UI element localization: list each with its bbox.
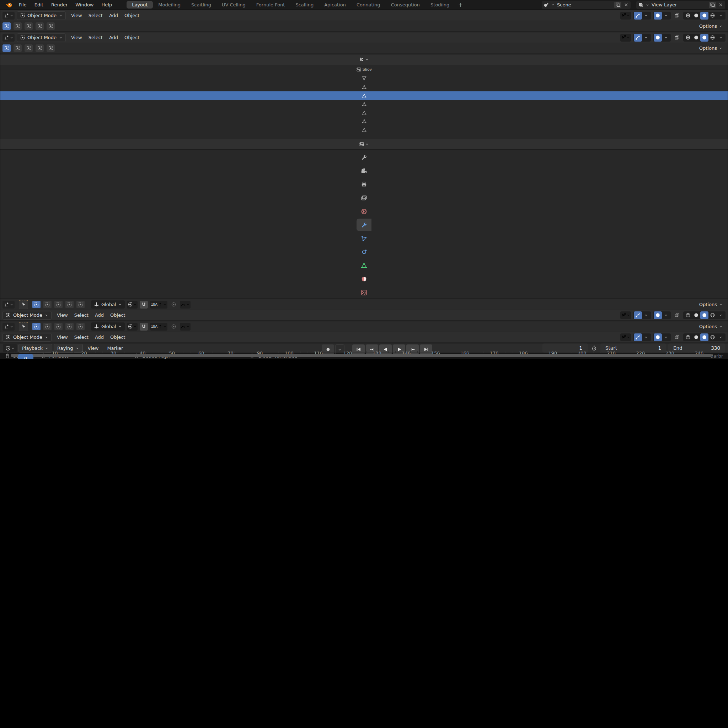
show-gizmos-toggle[interactable] — [634, 333, 642, 341]
viewport-menu-item[interactable]: Select — [71, 335, 92, 340]
overlays-dropdown[interactable] — [662, 34, 670, 41]
topbar-menu-item[interactable]: Window — [72, 0, 97, 9]
transform-orientation-select[interactable]: Global — [91, 323, 125, 330]
gizmos-dropdown[interactable] — [642, 34, 650, 41]
overlays-dropdown[interactable] — [662, 311, 670, 319]
viewport-menu-item[interactable]: Add — [92, 335, 107, 340]
view-layer-selector[interactable]: View Layer — [636, 1, 725, 9]
properties-tab-world[interactable] — [356, 205, 372, 217]
properties-tab-tool[interactable] — [356, 151, 372, 164]
editor-type-button[interactable] — [3, 12, 15, 20]
outliner-filter-row[interactable]: Sliov — [0, 65, 728, 74]
mode-select[interactable]: Object Mode — [3, 311, 52, 320]
viewport-menu-item[interactable]: View — [54, 335, 71, 340]
properties-tab-output[interactable] — [356, 178, 372, 191]
show-gizmos-toggle[interactable] — [634, 12, 642, 20]
viewport-menu-item[interactable]: Object — [107, 335, 128, 340]
editor-type-button[interactable] — [3, 34, 15, 41]
select-mode-icon-1[interactable] — [32, 323, 41, 330]
outliner-item[interactable] — [0, 83, 728, 91]
select-mode-icon-2[interactable] — [14, 44, 22, 52]
shading-rendered-button[interactable] — [708, 12, 717, 20]
select-mode-icon-5[interactable] — [47, 44, 55, 52]
falloff-curve-dropdown[interactable] — [180, 301, 191, 309]
viewport-menu-item[interactable]: Select — [71, 312, 92, 318]
shading-material-button[interactable] — [700, 34, 708, 41]
active-tool-button[interactable] — [19, 300, 28, 309]
workspace-tab[interactable]: Layout — [127, 1, 153, 9]
proportional-falloff-toggle[interactable] — [170, 301, 178, 309]
topbar-menu-item[interactable]: Edit — [31, 0, 47, 9]
viewport-menu-item[interactable]: Add — [106, 35, 121, 40]
shading-wireframe-button[interactable] — [684, 333, 692, 341]
select-mode-icon-2[interactable] — [43, 301, 52, 308]
shading-material-button[interactable] — [700, 333, 708, 341]
blender-logo-icon[interactable] — [5, 1, 13, 9]
selectability-dropdown[interactable] — [620, 34, 631, 41]
properties-tab-texture[interactable] — [356, 286, 372, 298]
topbar-menu-item[interactable]: Render — [47, 0, 72, 9]
proportional-falloff-toggle[interactable] — [170, 323, 178, 330]
shading-wireframe-button[interactable] — [684, 34, 692, 41]
workspace-tab[interactable]: Scalling — [290, 1, 319, 9]
xray-toggle[interactable] — [673, 311, 681, 319]
workspace-tab[interactable]: Scaitling — [186, 1, 217, 9]
show-gizmos-toggle[interactable] — [634, 311, 642, 319]
shading-solid-button[interactable] — [692, 34, 700, 41]
viewport-menu-item[interactable]: Object — [107, 312, 128, 318]
viewport-menu-item[interactable]: View — [68, 35, 85, 40]
pivot-point-dropdown[interactable] — [127, 323, 138, 330]
shading-rendered-button[interactable] — [708, 34, 717, 41]
properties-tab-view-layer[interactable] — [356, 191, 372, 204]
properties-tab-render[interactable] — [356, 165, 372, 177]
snap-toggle[interactable] — [140, 301, 148, 309]
workspace-tab[interactable]: Conseqution — [386, 1, 425, 9]
shading-solid-button[interactable] — [692, 311, 700, 319]
shading-material-button[interactable] — [700, 12, 708, 20]
select-mode-icon-1[interactable] — [3, 22, 11, 30]
select-mode-icon-5[interactable] — [76, 323, 85, 330]
xray-toggle[interactable] — [673, 34, 681, 41]
mode-select[interactable]: Object Mode — [3, 333, 52, 342]
select-mode-icon-1[interactable] — [3, 44, 11, 52]
shading-wireframe-button[interactable] — [684, 12, 692, 20]
scrollbar-thumb[interactable] — [11, 354, 712, 357]
falloff-curve-dropdown[interactable] — [180, 323, 191, 330]
select-mode-icon-2[interactable] — [14, 22, 22, 30]
select-mode-icon-4[interactable] — [35, 22, 44, 30]
properties-tab-object-data[interactable] — [356, 259, 372, 272]
options-dropdown[interactable]: Options — [696, 23, 725, 29]
overlays-dropdown[interactable] — [662, 333, 670, 341]
viewport-menu-item[interactable]: Add — [92, 312, 107, 318]
workspace-tab[interactable]: Stodiing — [425, 1, 455, 9]
shading-rendered-button[interactable] — [708, 333, 717, 341]
shading-wireframe-button[interactable] — [684, 311, 692, 319]
select-mode-icon-3[interactable] — [54, 301, 63, 308]
scene-selector[interactable]: Scene — [542, 1, 631, 9]
close-icon[interactable] — [624, 2, 629, 8]
select-mode-icon-2[interactable] — [43, 323, 52, 330]
transform-orientation-select[interactable]: Global — [91, 300, 125, 309]
options-dropdown[interactable]: Options — [696, 302, 725, 307]
select-mode-icon-5[interactable] — [47, 22, 55, 30]
shading-dropdown[interactable] — [717, 333, 725, 341]
workspace-tab[interactable]: Fornule Font — [251, 1, 291, 9]
select-mode-icon-3[interactable] — [24, 22, 33, 30]
active-tool-button[interactable] — [19, 322, 28, 331]
gizmos-dropdown[interactable] — [642, 333, 650, 341]
shading-rendered-button[interactable] — [708, 311, 717, 319]
proportional-edit-dropdown[interactable]: 18A — [150, 301, 167, 309]
topbar-menu-item[interactable]: Help — [98, 0, 116, 9]
viewport-menu-item[interactable]: View — [54, 312, 71, 318]
select-mode-icon-4[interactable] — [66, 301, 73, 308]
outliner-item[interactable] — [0, 109, 728, 117]
properties-tab-material[interactable] — [356, 273, 372, 285]
select-mode-icon-5[interactable] — [76, 301, 85, 308]
shading-solid-button[interactable] — [692, 333, 700, 341]
overlays-dropdown[interactable] — [662, 12, 670, 20]
select-mode-icon-4[interactable] — [66, 323, 73, 330]
pivot-point-dropdown[interactable] — [127, 301, 138, 309]
timeline-marker-menu[interactable]: Marker — [104, 346, 127, 351]
options-dropdown[interactable]: Options — [696, 324, 725, 329]
show-gizmos-toggle[interactable] — [634, 34, 642, 41]
